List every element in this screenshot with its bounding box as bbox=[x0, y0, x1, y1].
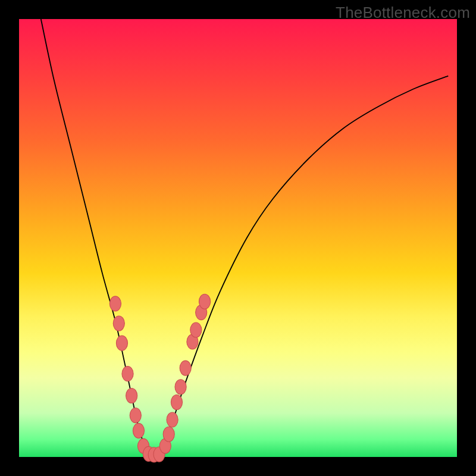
plot-area bbox=[19, 19, 457, 457]
data-marker bbox=[126, 388, 137, 403]
data-marker bbox=[116, 336, 127, 350]
data-marker bbox=[122, 367, 133, 381]
curve-layer bbox=[19, 19, 457, 457]
data-marker bbox=[109, 296, 121, 311]
data-marker bbox=[133, 423, 144, 438]
bottleneck-curve-path bbox=[41, 19, 448, 459]
data-marker bbox=[180, 361, 191, 375]
data-marker bbox=[171, 394, 182, 409]
data-marker bbox=[113, 316, 124, 331]
watermark-text: TheBottleneck.com bbox=[336, 4, 470, 22]
data-marker bbox=[199, 294, 210, 309]
data-marker bbox=[190, 322, 202, 337]
data-marker bbox=[175, 380, 186, 394]
data-marker bbox=[167, 412, 178, 427]
chart-frame: TheBottleneck.com bbox=[0, 0, 476, 476]
data-marker bbox=[130, 408, 141, 423]
data-marker bbox=[163, 427, 174, 441]
marker-group bbox=[109, 294, 210, 462]
